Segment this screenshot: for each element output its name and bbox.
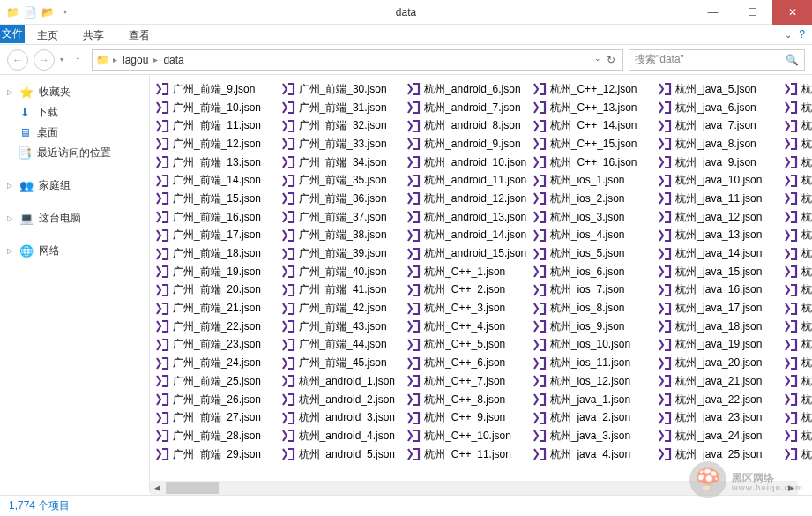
search-icon[interactable]: 🔍	[786, 54, 799, 66]
file-item[interactable]: 广州_前端_20.json	[153, 281, 279, 300]
file-item[interactable]: 杭州_C++_8.json	[405, 391, 531, 409]
file-item[interactable]: 杭州_android_5.json	[279, 445, 406, 464]
recent-dropdown-icon[interactable]: ▾	[60, 56, 63, 64]
file-item[interactable]: 杭州_java_25.json	[656, 445, 782, 464]
file-item[interactable]: 广州_前端_23.json	[153, 336, 279, 355]
scroll-left-icon[interactable]: ◀	[150, 483, 164, 492]
file-item[interactable]: 杭州_java_14.json	[656, 244, 782, 263]
forward-button[interactable]: →	[34, 49, 55, 71]
file-item[interactable]: 广州_前端_11.json	[153, 116, 279, 135]
file-item[interactable]: 杭	[782, 391, 808, 409]
nav-favorites[interactable]: ⭐收藏夹	[0, 82, 149, 102]
file-item[interactable]: 杭州_java_19.json	[656, 336, 782, 355]
file-item[interactable]: 杭州_java_10.json	[656, 171, 782, 190]
nav-homegroup[interactable]: 👥家庭组	[0, 176, 149, 196]
file-item[interactable]: 杭	[782, 299, 808, 318]
scrollbar-thumb[interactable]	[166, 482, 219, 494]
nav-downloads[interactable]: ⬇下载	[0, 102, 149, 123]
file-item[interactable]: 杭州_C++_15.json	[531, 135, 657, 153]
file-item[interactable]: 杭州_java_9.json	[656, 153, 782, 172]
file-item[interactable]: 杭	[782, 116, 808, 135]
file-item[interactable]: 广州_前端_45.json	[279, 354, 406, 372]
file-item[interactable]: 杭	[782, 99, 808, 117]
file-item[interactable]: 杭州_java_7.json	[656, 116, 782, 135]
file-item[interactable]: 杭州_C++_16.json	[531, 153, 657, 172]
file-item[interactable]: 杭州_android_1.json	[279, 372, 406, 391]
nav-thispc[interactable]: 💻这台电脑	[0, 208, 149, 228]
file-item[interactable]: 杭州_android_11.json	[405, 171, 531, 190]
back-button[interactable]: ←	[7, 49, 28, 71]
nav-desktop[interactable]: 🖥桌面	[0, 123, 149, 143]
file-item[interactable]: 广州_前端_24.json	[153, 354, 279, 372]
file-item[interactable]: 广州_前端_29.json	[153, 445, 279, 464]
breadcrumb-part[interactable]: data	[161, 54, 185, 66]
file-item[interactable]: 杭	[782, 372, 808, 391]
address-dropdown-icon[interactable]: ⌄	[594, 54, 601, 66]
file-item[interactable]: 杭州_android_10.json	[405, 153, 531, 172]
file-item[interactable]: 杭州_android_15.json	[405, 244, 531, 263]
file-item[interactable]: 杭州_C++_1.json	[405, 263, 531, 281]
file-item[interactable]: 杭州_java_4.json	[531, 445, 657, 464]
file-item[interactable]: 杭州_android_7.json	[405, 99, 531, 117]
ribbon-expand-icon[interactable]: ⌄	[785, 30, 792, 40]
minimize-button[interactable]: —	[693, 0, 733, 25]
file-item[interactable]: 广州_前端_14.json	[153, 171, 279, 190]
help-icon[interactable]: ?	[799, 28, 805, 41]
file-item[interactable]: 广州_前端_22.json	[153, 318, 279, 336]
file-item[interactable]: 杭	[782, 171, 808, 190]
file-item[interactable]: 杭	[782, 336, 808, 355]
file-item[interactable]: 杭	[782, 408, 808, 427]
file-item[interactable]: 广州_前端_33.json	[279, 135, 406, 153]
file-item[interactable]: 杭	[782, 227, 808, 245]
file-item[interactable]: 杭州_java_12.json	[656, 208, 782, 227]
file-item[interactable]: 广州_前端_12.json	[153, 135, 279, 153]
file-item[interactable]: 广州_前端_27.json	[153, 408, 279, 427]
file-item[interactable]: 杭州_C++_2.json	[405, 281, 531, 300]
file-item[interactable]: 广州_前端_43.json	[279, 318, 406, 336]
file-item[interactable]: 杭州_ios_5.json	[531, 244, 657, 263]
file-item[interactable]: 杭州_ios_4.json	[531, 227, 657, 245]
file-item[interactable]: 杭	[782, 135, 808, 153]
file-item[interactable]: 杭	[782, 208, 808, 227]
file-item[interactable]: 广州_前端_17.json	[153, 227, 279, 245]
file-item[interactable]: 杭州_java_5.json	[656, 80, 782, 99]
search-box[interactable]: 搜索"data" 🔍	[629, 49, 805, 71]
file-list[interactable]: 广州_前端_9.json广州_前端_10.json广州_前端_11.json广州…	[150, 75, 812, 492]
file-item[interactable]: 杭州_java_2.json	[531, 408, 657, 427]
file-item[interactable]: 广州_前端_19.json	[153, 263, 279, 281]
file-item[interactable]: 杭州_android_3.json	[279, 408, 406, 427]
file-item[interactable]: 杭州_ios_10.json	[531, 336, 657, 355]
qat-dropdown-icon[interactable]: ▾	[58, 5, 72, 19]
qat-open-icon[interactable]: 📂	[41, 5, 55, 19]
file-item[interactable]: 杭州_ios_3.json	[531, 208, 657, 227]
file-item[interactable]: 广州_前端_15.json	[153, 190, 279, 208]
file-item[interactable]: 杭州_C++_14.json	[531, 116, 657, 135]
file-item[interactable]: 杭州_ios_7.json	[531, 281, 657, 300]
file-item[interactable]: 杭	[782, 445, 808, 464]
file-item[interactable]: 杭州_C++_9.json	[405, 408, 531, 427]
nav-network[interactable]: 🌐网络	[0, 241, 149, 261]
chevron-right-icon[interactable]: ▸	[113, 55, 117, 64]
ribbon-tab-view[interactable]: 查看	[116, 25, 162, 44]
file-item[interactable]: 杭州_android_14.json	[405, 227, 531, 245]
file-item[interactable]: 杭州_C++_6.json	[405, 354, 531, 372]
file-item[interactable]: 广州_前端_44.json	[279, 336, 406, 355]
file-item[interactable]: 杭州_C++_5.json	[405, 336, 531, 355]
up-button[interactable]: ↑	[69, 54, 86, 66]
file-item[interactable]: 杭州_android_9.json	[405, 135, 531, 153]
ribbon-tab-share[interactable]: 共享	[71, 25, 116, 44]
file-item[interactable]: 广州_前端_39.json	[279, 244, 406, 263]
file-item[interactable]: 杭州_java_22.json	[656, 391, 782, 409]
file-item[interactable]: 杭州_C++_3.json	[405, 299, 531, 318]
file-item[interactable]: 广州_前端_34.json	[279, 153, 406, 172]
file-item[interactable]: 杭州_android_6.json	[405, 80, 531, 99]
file-item[interactable]: 杭州_java_1.json	[531, 391, 657, 409]
file-item[interactable]: 杭州_java_8.json	[656, 135, 782, 153]
file-item[interactable]: 杭	[782, 190, 808, 208]
file-item[interactable]: 广州_前端_37.json	[279, 208, 406, 227]
file-item[interactable]: 广州_前端_32.json	[279, 116, 406, 135]
file-item[interactable]: 杭	[782, 153, 808, 172]
file-item[interactable]: 杭州_java_6.json	[656, 99, 782, 117]
file-item[interactable]: 杭州_ios_1.json	[531, 171, 657, 190]
ribbon-file-tab[interactable]: 文件	[0, 25, 25, 43]
